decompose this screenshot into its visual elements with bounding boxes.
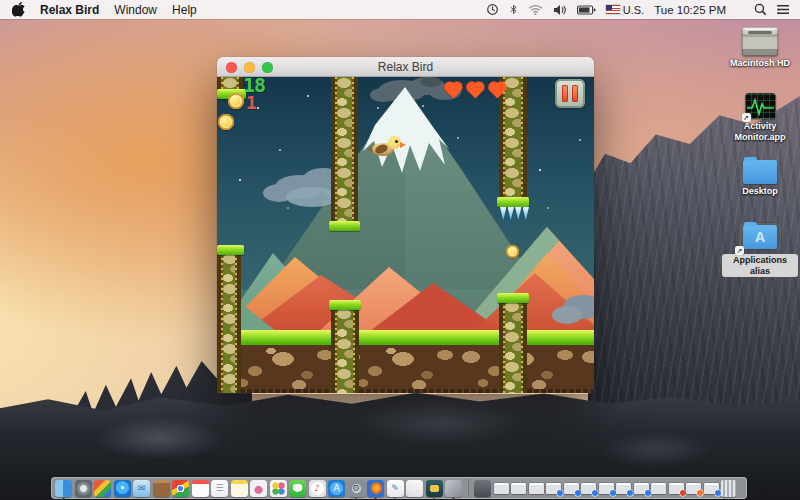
messages-icon[interactable] — [289, 480, 306, 497]
flag-icon — [606, 5, 620, 14]
menu-item-window[interactable]: Window — [114, 3, 157, 17]
notes-icon[interactable] — [231, 480, 248, 497]
system-preferences-icon[interactable]: ⚙ — [348, 480, 365, 497]
minimized-window[interactable] — [546, 483, 561, 494]
game-canvas[interactable]: 18 1 — [217, 77, 594, 393]
desktop-icon-activity-monitor[interactable]: ↗ Activity Monitor.app — [721, 93, 799, 142]
pillar-cap — [497, 293, 529, 303]
utility-icon[interactable] — [445, 480, 462, 497]
icicles — [500, 207, 529, 220]
desktop-icon-label: Macintosh HD — [730, 58, 790, 69]
window-titlebar[interactable]: Relax Bird — [217, 57, 594, 77]
pillar-cap — [329, 221, 360, 231]
relax-bird-icon[interactable] — [426, 480, 443, 497]
menu-item-relax-bird[interactable]: Relax Bird — [40, 3, 99, 17]
reminders-icon[interactable]: ☰ — [211, 480, 228, 497]
chrome-icon[interactable] — [172, 480, 189, 497]
close-button[interactable] — [226, 62, 237, 73]
itunes-icon[interactable]: ♪ — [309, 480, 326, 497]
coin — [228, 93, 244, 109]
dirt-ground — [217, 345, 594, 393]
bluetooth-icon[interactable] — [509, 3, 518, 16]
minimized-window[interactable] — [686, 483, 701, 494]
desktop-icon-label: Desktop — [742, 186, 778, 197]
desktop-icon-label: Applications alias — [722, 254, 798, 277]
secondary-score-value: 1 — [246, 94, 257, 111]
heart-icon — [490, 83, 506, 99]
dock-divider — [468, 479, 469, 497]
applications-folder-icon: A — [743, 225, 777, 249]
finder-icon[interactable] — [55, 480, 72, 497]
menu-bar: Relax BirdWindowHelp U.S. Tue 10:25 PM — [0, 0, 800, 19]
minimized-window[interactable] — [599, 483, 614, 494]
wifi-icon[interactable] — [528, 4, 543, 15]
lives-hearts — [448, 82, 503, 96]
notification-center-icon[interactable] — [777, 4, 790, 15]
folder-icon — [743, 160, 777, 184]
hard-drive-icon — [742, 27, 778, 56]
coin — [506, 245, 519, 258]
safari-icon[interactable] — [114, 480, 131, 497]
app-menus: Relax BirdWindowHelp — [40, 3, 212, 17]
coin — [218, 114, 234, 130]
pillar-cap — [329, 300, 361, 310]
minimized-window[interactable] — [634, 483, 649, 494]
heart-icon — [446, 83, 462, 99]
desktop-icon-macintosh-hd[interactable]: Macintosh HD — [721, 27, 799, 69]
textedit-icon[interactable]: ✎ — [387, 480, 404, 497]
pause-button[interactable] — [555, 79, 585, 108]
pause-icon — [562, 85, 568, 102]
pillar-obstacle — [499, 77, 527, 199]
minimized-window[interactable] — [669, 483, 684, 494]
document-stack-icon[interactable] — [474, 480, 491, 497]
minimized-window[interactable] — [494, 483, 509, 494]
input-source-label: U.S. — [623, 4, 644, 16]
desktop-icon-label: Activity Monitor.app — [722, 121, 798, 142]
minimize-button[interactable] — [244, 62, 255, 73]
pillar-cap — [217, 245, 244, 255]
volume-icon[interactable] — [553, 4, 567, 16]
desktop-icon-applications-alias[interactable]: A ↗ Applications alias — [721, 222, 799, 277]
battery-icon[interactable] — [577, 5, 596, 15]
zoom-button[interactable] — [262, 62, 273, 73]
input-source[interactable]: U.S. — [606, 4, 644, 16]
alias-arrow-badge: ↗ — [735, 246, 744, 255]
trash-icon[interactable] — [721, 480, 736, 497]
spotlight-icon[interactable] — [754, 3, 767, 16]
desktop: Relax BirdWindowHelp U.S. Tue 10:25 PM — [0, 0, 800, 500]
window-title: Relax Bird — [217, 60, 594, 74]
minimized-window[interactable] — [651, 483, 666, 494]
pillar-obstacle — [331, 308, 359, 393]
contacts-icon[interactable] — [153, 480, 170, 497]
mission-control-icon[interactable] — [94, 480, 111, 497]
pillar-obstacle — [499, 301, 527, 393]
calendar-icon[interactable] — [192, 480, 209, 497]
menu-item-help[interactable]: Help — [172, 3, 197, 17]
bird-character — [367, 135, 403, 163]
minimized-window[interactable] — [704, 483, 719, 494]
desktop-icon-desktop-folder[interactable]: Desktop — [721, 160, 799, 197]
alias-arrow-badge: ↗ — [742, 113, 751, 122]
minimized-window[interactable] — [529, 483, 544, 494]
minimized-window[interactable] — [581, 483, 596, 494]
mail-icon[interactable]: ✉ — [133, 480, 150, 497]
photo-booth-icon[interactable] — [250, 480, 267, 497]
pillar-obstacle — [331, 77, 358, 223]
heart-icon — [468, 83, 484, 99]
photos-icon[interactable] — [270, 480, 287, 497]
firefox-icon[interactable] — [367, 480, 384, 497]
menu-clock[interactable]: Tue 10:25 PM — [654, 4, 726, 16]
apple-menu-icon[interactable] — [12, 2, 25, 17]
dock: ✉☰♪A⚙✎ — [51, 477, 747, 499]
pillar-obstacle — [217, 253, 241, 393]
app-store-icon[interactable]: A — [328, 480, 345, 497]
minimized-window[interactable] — [511, 483, 526, 494]
launchpad-icon[interactable] — [75, 480, 92, 497]
relax-bird-window: Relax Bird — [217, 57, 594, 394]
minimized-window[interactable] — [564, 483, 579, 494]
time-machine-icon[interactable] — [486, 3, 499, 16]
minimized-window[interactable] — [616, 483, 631, 494]
pillar-cap — [497, 197, 529, 207]
preview-icon[interactable] — [406, 480, 423, 497]
